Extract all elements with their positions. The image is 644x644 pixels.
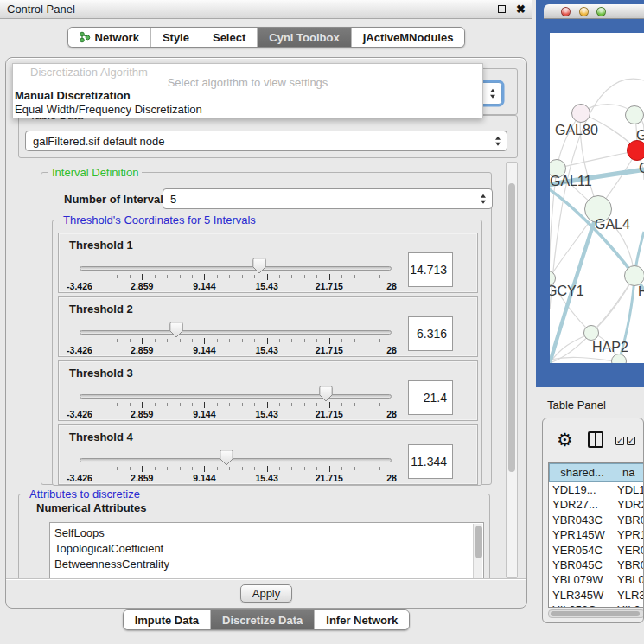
network-node[interactable]	[611, 354, 627, 363]
scale-tick-label: 28	[386, 473, 397, 483]
node-label: GAL11	[550, 174, 592, 189]
minimize-light[interactable]	[579, 7, 589, 16]
network-node-hap2[interactable]	[583, 325, 599, 341]
threshold-slider-track[interactable]	[80, 330, 392, 335]
slider-scale-labels: -3.4262.8599.14415.4321.71528	[80, 281, 392, 291]
table-cell[interactable]: YLR3	[615, 588, 644, 603]
table-cell[interactable]: YBR045C	[549, 558, 615, 572]
scale-tick-label: 15.43	[255, 409, 277, 419]
threshold-slider-track[interactable]	[80, 458, 392, 462]
attributes-listbox[interactable]: SelfLoopsTopologicalCoefficientBetweenne…	[49, 522, 484, 578]
tab-style[interactable]: Style	[151, 28, 201, 47]
tab-network[interactable]: Network	[68, 28, 151, 47]
tab-label: Network	[95, 31, 139, 44]
thresholds-group: Threshold's Coordinates for 5 Intervals …	[52, 220, 482, 486]
table-cell[interactable]: YER0	[615, 543, 644, 558]
gear-icon[interactable]: ⚙	[557, 430, 573, 449]
num-intervals-combobox[interactable]: 5	[163, 188, 493, 209]
threshold-value-input[interactable]: 21.4	[408, 380, 453, 415]
list-scrollbar[interactable]	[473, 524, 482, 578]
table-cell[interactable]: YDL19...	[549, 482, 615, 497]
table-row[interactable]: YDR27...YDR2	[549, 497, 644, 512]
slider-ruler	[80, 274, 392, 281]
table-row[interactable]: YIL052CYIL0	[549, 603, 644, 608]
table-cell[interactable]: YBL079W	[549, 572, 615, 587]
close-icon[interactable]: ✖	[516, 5, 526, 13]
table-cell[interactable]: YER054C	[549, 543, 615, 558]
attribute-item-topologicalcoefficient[interactable]: TopologicalCoefficient	[50, 541, 483, 557]
threshold-slider-handle[interactable]	[252, 258, 266, 274]
node-table[interactable]: shared... na YDL19...YDL1YDR27...YDR2YBR…	[548, 462, 644, 608]
table-cell[interactable]: YDR27...	[549, 497, 615, 512]
network-node-g[interactable]	[625, 105, 644, 124]
table-row[interactable]: YPR145WYPR1	[549, 527, 644, 542]
scale-tick-label: 2.859	[131, 409, 153, 419]
columns-icon[interactable]	[588, 431, 603, 448]
threshold-value-input[interactable]: 14.713	[408, 252, 453, 287]
checkbox-icon[interactable]: ✓	[615, 437, 624, 445]
table-cell[interactable]: YPR1	[615, 527, 644, 542]
dropdown-option-manual-discretization[interactable]: Manual Discretization	[15, 89, 131, 102]
column-header[interactable]: shared...	[549, 463, 615, 482]
table-cell[interactable]: YBR043C	[549, 513, 615, 527]
tab-infer-network[interactable]: Infer Network	[315, 610, 409, 629]
table-panel: ⚙ ✓ ✓ shared... na YDL19...YDL1YDR27...Y…	[542, 418, 644, 623]
table-row[interactable]: YLR345WYLR3	[549, 588, 644, 603]
table-cell[interactable]: YBL0	[615, 572, 644, 587]
algorithm-dropdown-popup: Discretization Algorithm Select algorith…	[12, 63, 483, 118]
control-panel: Control Panel ✖ NetworkStyleSelectCyni T…	[0, 0, 532, 644]
checkbox-pair-icon[interactable]: ✓ ✓	[615, 437, 635, 445]
tab-jactivemnodules[interactable]: jActiveMNodules	[352, 28, 465, 47]
scale-tick-label: -3.426	[67, 345, 92, 355]
float-icon[interactable]	[498, 5, 506, 13]
scale-tick-label: 21.715	[316, 473, 343, 483]
threshold-label: Threshold 3	[69, 367, 133, 379]
settings-scrollbar-thumb[interactable]	[508, 183, 515, 472]
threshold-value-input[interactable]: 6.316	[408, 316, 453, 351]
threshold-value-input[interactable]: 11.344	[408, 444, 453, 479]
dropdown-option-equal-width-frequency-discretization[interactable]: Equal Width/Frequency Discretization	[15, 103, 202, 116]
tab-select[interactable]: Select	[201, 28, 258, 47]
network-node-gal80[interactable]	[571, 104, 590, 123]
table-cell[interactable]: YPR145W	[549, 527, 615, 542]
tab-cyni-toolbox[interactable]: Cyni Toolbox	[258, 28, 351, 47]
threshold-slider-handle[interactable]	[319, 386, 333, 402]
table-hscrollbar[interactable]	[548, 609, 644, 618]
table-cell[interactable]: YIL052C	[549, 603, 615, 608]
threshold-slider-handle[interactable]	[169, 322, 183, 338]
zoom-light[interactable]	[596, 7, 606, 16]
network-node-c[interactable]	[627, 140, 644, 161]
table-cell[interactable]: YDR2	[615, 497, 644, 512]
apply-button[interactable]: Apply	[240, 584, 292, 603]
attribute-item-selfloops[interactable]: SelfLoops	[50, 526, 483, 541]
threshold-slider-track[interactable]	[80, 394, 392, 399]
close-light[interactable]	[561, 7, 571, 16]
table-row[interactable]: YBR045CYBR0	[549, 558, 644, 572]
list-scrollbar-thumb[interactable]	[475, 526, 482, 558]
table-cell[interactable]: YBR0	[615, 513, 644, 527]
slider-scale-labels: -3.4262.8599.14415.4321.71528	[80, 409, 392, 419]
screen: Control Panel ✖ NetworkStyleSelectCyni T…	[0, 0, 644, 644]
table-cell[interactable]: YLR345W	[549, 588, 615, 603]
network-window-titlebar	[544, 4, 644, 19]
tab-discretize-data[interactable]: Discretize Data	[211, 610, 315, 629]
table-hscrollbar-thumb[interactable]	[551, 611, 640, 616]
settings-scrollbar[interactable]	[506, 162, 518, 578]
network-view[interactable]: GAL80G.CGAL11GAL4GCY1HHAP2	[550, 33, 644, 363]
network-node-h[interactable]	[624, 265, 644, 286]
column-header[interactable]: na	[615, 463, 644, 482]
table-cell[interactable]: YBR0	[615, 558, 644, 572]
table-cell[interactable]: YDL1	[615, 482, 644, 497]
threshold-slider-track[interactable]	[80, 266, 392, 271]
attribute-item-betweennesscentrality[interactable]: BetweennessCentrality	[50, 557, 483, 572]
table-data-combobox[interactable]: galFiltered.sif default node	[25, 131, 507, 151]
threshold-slider-handle[interactable]	[220, 450, 233, 466]
table-row[interactable]: YER054CYER0	[549, 543, 644, 558]
checkbox-icon[interactable]: ✓	[627, 437, 635, 445]
table-row[interactable]: YBR043CYBR0	[549, 513, 644, 527]
dropdown-placeholder-option[interactable]: Select algorithm to view settings	[13, 76, 482, 89]
table-cell[interactable]: YIL0	[615, 603, 644, 608]
tab-impute-data[interactable]: Impute Data	[124, 610, 211, 629]
table-row[interactable]: YBL079WYBL0	[549, 572, 644, 587]
table-row[interactable]: YDL19...YDL1	[549, 482, 644, 497]
